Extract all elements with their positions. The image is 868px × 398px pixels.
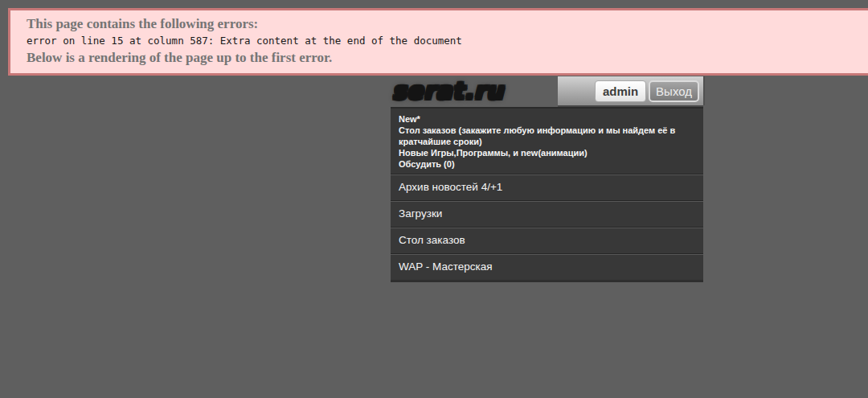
error-banner-subheading: Below is a rendering of the page up to t…	[27, 50, 856, 66]
main-menu: New* Стол заказов (закажите любую информ…	[391, 107, 703, 282]
menu-item-order-desk[interactable]: Стол заказов	[391, 227, 703, 253]
error-banner-heading: This page contains the following errors:	[27, 16, 856, 32]
logout-button[interactable]: Выход	[649, 80, 699, 102]
rendered-page: serat.ru admin Выход New* Стол заказов (…	[391, 76, 703, 282]
news-badge: New*	[399, 113, 695, 125]
menu-item-wap-workshop[interactable]: WAP - Мастерская	[391, 253, 703, 280]
news-block: New* Стол заказов (закажите любую информ…	[391, 109, 703, 174]
news-text-new-games: Новые Игры,Программы, и new(анимации)	[399, 147, 695, 158]
user-bar: admin Выход	[558, 76, 703, 105]
error-detail-text: error on line 15 at column 587: Extra co…	[27, 35, 856, 47]
menu-item-news-archive[interactable]: Архив новостей 4/+1	[391, 174, 703, 200]
site-logo: serat.ru	[391, 76, 504, 105]
username-button[interactable]: admin	[595, 80, 646, 102]
menu-item-downloads[interactable]: Загрузки	[391, 200, 703, 227]
discuss-link[interactable]: Обсудить (0)	[399, 158, 695, 170]
xml-error-banner: This page contains the following errors:…	[8, 8, 868, 76]
page-header: serat.ru admin Выход	[391, 76, 703, 107]
news-text-order-desk: Стол заказов (закажите любую информацию …	[399, 125, 695, 147]
